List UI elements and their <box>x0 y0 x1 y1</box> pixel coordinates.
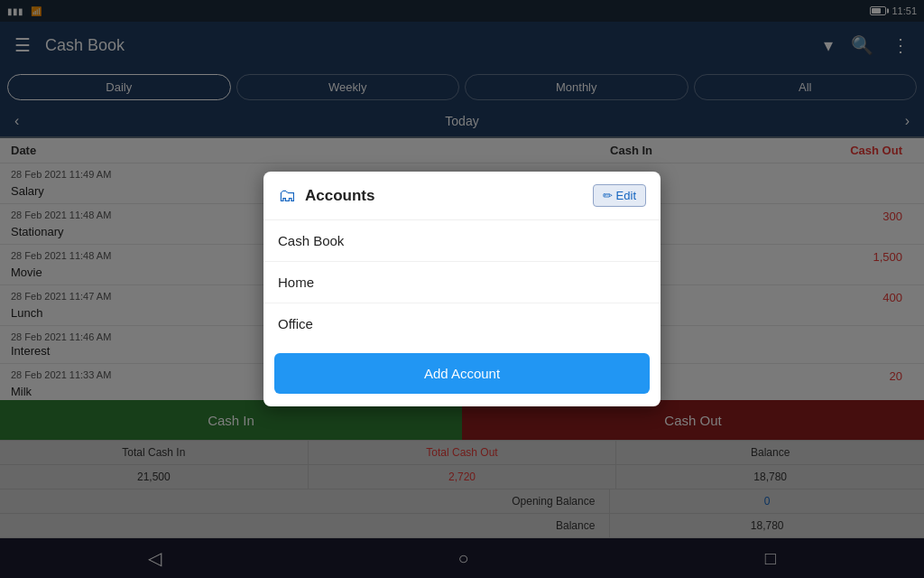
dialog-accounts-icon: 🗂 <box>278 185 296 206</box>
dialog-header: 🗂 Accounts ✏ Edit <box>263 172 661 220</box>
edit-button[interactable]: ✏ Edit <box>593 184 646 207</box>
add-account-button[interactable]: Add Account <box>274 353 650 394</box>
edit-label: Edit <box>616 189 636 202</box>
list-item[interactable]: Office <box>263 303 661 344</box>
list-item[interactable]: Cash Book <box>263 220 661 262</box>
accounts-dialog: 🗂 Accounts ✏ Edit Cash Book Home Office … <box>263 172 661 406</box>
accounts-list: Cash Book Home Office <box>263 220 661 344</box>
modal-overlay[interactable]: 🗂 Accounts ✏ Edit Cash Book Home Office … <box>0 0 924 578</box>
edit-pencil-icon: ✏ <box>603 189 613 202</box>
dialog-title: Accounts <box>305 187 374 205</box>
dialog-title-area: 🗂 Accounts <box>278 185 374 206</box>
list-item[interactable]: Home <box>263 262 661 303</box>
